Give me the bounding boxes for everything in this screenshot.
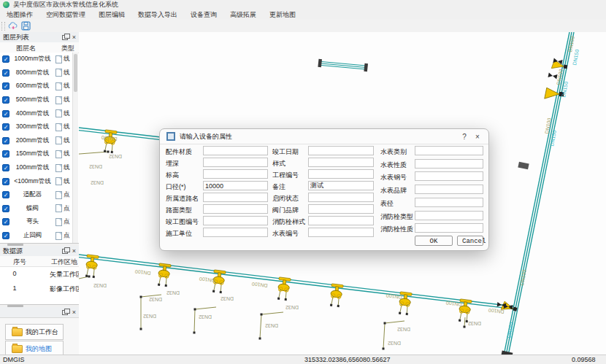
datasource-row[interactable]: 1 影像工作区 [0, 282, 79, 296]
checkbox-checked-icon[interactable]: ✓ [2, 191, 9, 198]
layers-panel-title: 图层列表 [3, 33, 62, 42]
layer-row[interactable]: ✓1000mm管线线 [0, 53, 72, 66]
svg-text:DN100: DN100 [386, 293, 402, 301]
construction-unit-input[interactable] [203, 228, 268, 237]
dialog-help-button[interactable]: ? [458, 133, 471, 141]
elevation-input[interactable] [203, 169, 268, 179]
checkbox-checked-icon[interactable]: ✓ [2, 55, 9, 63]
layers-panel: 图层列表 × 图层名 类型 ✓1000mm管线线 ✓800mm管线线 ✓600m… [0, 32, 79, 244]
save-button[interactable] [20, 21, 31, 31]
menu-advanced[interactable]: 高级拓展 [223, 9, 263, 20]
menu-map-operations[interactable]: 地图操作 [0, 9, 39, 20]
checkbox-checked-icon[interactable]: ✓ [2, 218, 9, 225]
menu-bar: 地图操作 空间数据管理 图层编辑 数据导入导出 设备查询 高级拓展 更新地图 [0, 9, 606, 20]
svg-text:DN32: DN32 [388, 341, 401, 346]
meter-diameter-input[interactable] [415, 198, 483, 207]
checkbox-checked-icon[interactable]: ✓ [2, 178, 9, 185]
layer-row[interactable]: ✓弯头点 [0, 215, 72, 229]
layer-row[interactable]: ✓200mm管线线 [0, 134, 72, 148]
app-icon [3, 1, 9, 8]
meter-category-input[interactable] [415, 146, 483, 155]
hydrant-type-input[interactable] [415, 211, 483, 220]
field-label: 口径(*) [166, 182, 186, 192]
remark-input[interactable] [308, 181, 374, 190]
document-icon [55, 55, 62, 63]
field-label: 水表编号 [272, 229, 299, 239]
layer-row[interactable]: ✓800mm管线线 [0, 66, 72, 80]
document-icon [55, 232, 62, 240]
close-panel-icon[interactable]: × [72, 34, 76, 41]
checkbox-checked-icon[interactable]: ✓ [2, 82, 9, 90]
application-window: { "window": {"title": "吴中度假区市政供水管线信息化系统"… [0, 0, 606, 364]
my-workbench-button[interactable]: 我的工作台 [5, 324, 64, 340]
dialog-close-button[interactable]: × [471, 133, 484, 141]
menu-device-query[interactable]: 设备查询 [184, 9, 223, 20]
layer-row[interactable]: ✓蝶阀点 [0, 202, 72, 216]
water-meter-no-input[interactable] [308, 228, 374, 237]
svg-text:DN32: DN32 [143, 314, 156, 319]
toolbar-drag-handle[interactable] [1, 22, 5, 31]
open-close-status-input[interactable] [308, 193, 374, 202]
checkbox-checked-icon[interactable]: ✓ [2, 69, 9, 77]
svg-text:DN32: DN32 [199, 314, 212, 320]
valve-brand-input[interactable] [308, 204, 374, 214]
hydrant-style-input[interactable] [308, 216, 374, 225]
menu-data-import-export[interactable]: 数据导入导出 [131, 9, 184, 20]
cloud-upload-button[interactable] [7, 21, 18, 31]
burial-depth-input[interactable] [203, 158, 268, 167]
meter-steel-no-input[interactable] [415, 171, 483, 181]
device-attributes-dialog: 请输入设备的属性 ? × 配件材质 埋深 标高 口径(*) 所属道路名 路面类型… [159, 128, 489, 251]
datasource-row[interactable]: 0 矢量工作区 [0, 268, 79, 282]
checkbox-checked-icon[interactable]: ✓ [2, 205, 9, 212]
float-panel-icon[interactable] [62, 310, 68, 315]
cancel-button[interactable]: Cancel [457, 236, 483, 246]
document-icon [55, 150, 62, 158]
project-number-input[interactable] [308, 169, 374, 179]
field-label: 备注 [272, 182, 285, 192]
close-panel-icon[interactable]: × [72, 248, 76, 255]
dialog-title-bar[interactable]: 请输入设备的属性 ? × [160, 129, 488, 144]
document-icon [55, 96, 62, 104]
asbuilt-drawing-no-input[interactable] [203, 216, 268, 225]
layer-row[interactable]: ✓400mm管线线 [0, 107, 72, 120]
layer-row[interactable]: ✓500mm管线线 [0, 93, 72, 107]
float-panel-icon[interactable] [62, 35, 68, 40]
layer-row[interactable]: ✓150mm管线线 [0, 147, 72, 161]
menu-update-map[interactable]: 更新地图 [263, 9, 302, 20]
layers-scrollbar[interactable] [72, 53, 78, 243]
diameter-input[interactable] [203, 181, 268, 190]
field-label: 施工单位 [166, 229, 192, 239]
ok-button[interactable]: OK [415, 236, 453, 246]
checkbox-checked-icon[interactable]: ✓ [2, 137, 9, 144]
layer-row[interactable]: ✓100mm管线线 [0, 161, 72, 175]
field-label: 水表钢号 [380, 173, 407, 182]
checkbox-checked-icon[interactable]: ✓ [2, 110, 9, 117]
layer-row[interactable]: ✓600mm管线线 [0, 80, 72, 93]
fitting-material-input[interactable] [203, 146, 268, 155]
scrollbar-thumb[interactable] [74, 54, 77, 92]
close-panel-icon[interactable]: × [72, 309, 76, 316]
cloud-icon [8, 21, 18, 31]
menu-layer-edit[interactable]: 图层编辑 [92, 9, 131, 20]
menu-spatial-data[interactable]: 空间数据管理 [39, 9, 92, 20]
meter-nature-input[interactable] [415, 159, 483, 169]
pavement-type-input[interactable] [203, 204, 268, 214]
layer-row[interactable]: ✓<100mm管线线 [0, 174, 72, 188]
float-panel-icon[interactable] [62, 249, 68, 254]
completion-date-input[interactable] [308, 146, 374, 155]
style-input[interactable] [308, 158, 374, 167]
hydrant-nature-input[interactable] [415, 223, 483, 233]
checkbox-checked-icon[interactable]: ✓ [2, 96, 9, 104]
layers-column-header: 图层名 类型 [0, 42, 79, 53]
checkbox-checked-icon[interactable]: ✓ [2, 123, 9, 131]
layer-row[interactable]: ✓300mm管线线 [0, 120, 72, 134]
layer-row[interactable]: ✓适配器点 [0, 188, 72, 202]
layer-row[interactable]: ✓止回阀点 [0, 229, 72, 243]
checkbox-checked-icon[interactable]: ✓ [2, 150, 9, 158]
checkbox-checked-icon[interactable]: ✓ [2, 232, 9, 239]
checkbox-checked-icon[interactable]: ✓ [2, 164, 9, 171]
my-map-button[interactable]: 我的地图 [5, 341, 64, 355]
road-name-input[interactable] [203, 193, 268, 202]
meter-brand-input[interactable] [415, 185, 483, 194]
workspace-panel: × 我的工作台 我的地图 [0, 307, 79, 355]
